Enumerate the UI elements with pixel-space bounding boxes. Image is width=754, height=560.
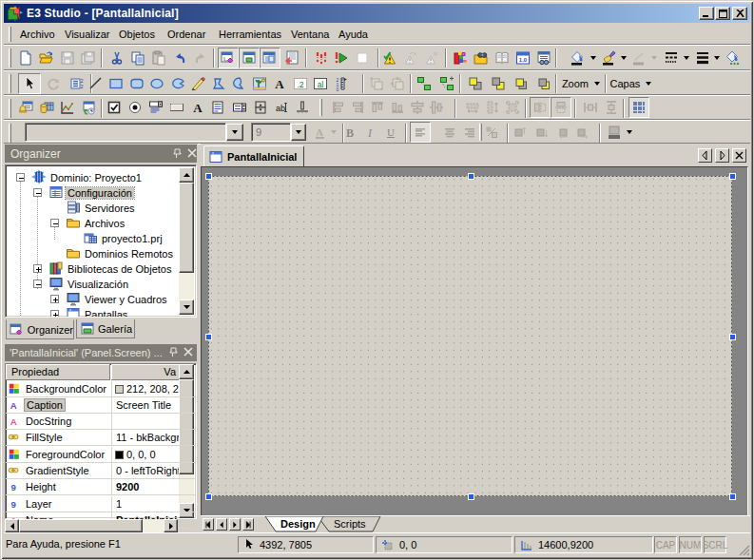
svg-text:9: 9 <box>10 499 15 510</box>
svg-text:9: 9 <box>10 482 15 492</box>
svg-text:1.0: 1.0 <box>519 57 528 63</box>
svg-text:0: 0 <box>336 86 338 91</box>
svg-text:A: A <box>275 77 284 91</box>
svg-text:2: 2 <box>80 84 83 89</box>
svg-text:al: al <box>318 79 324 88</box>
svg-text:A: A <box>316 126 323 138</box>
svg-text:I: I <box>367 126 373 140</box>
svg-text:ab: ab <box>276 104 285 113</box>
svg-text:U: U <box>387 126 395 138</box>
svg-text:A: A <box>10 400 17 411</box>
svg-text:.2: .2 <box>297 79 303 88</box>
svg-text:Scripts: Scripts <box>334 518 366 530</box>
svg-text:Design: Design <box>280 518 316 530</box>
svg-text:B: B <box>346 126 354 140</box>
svg-text:A: A <box>10 416 17 427</box>
svg-text:A: A <box>193 101 203 115</box>
